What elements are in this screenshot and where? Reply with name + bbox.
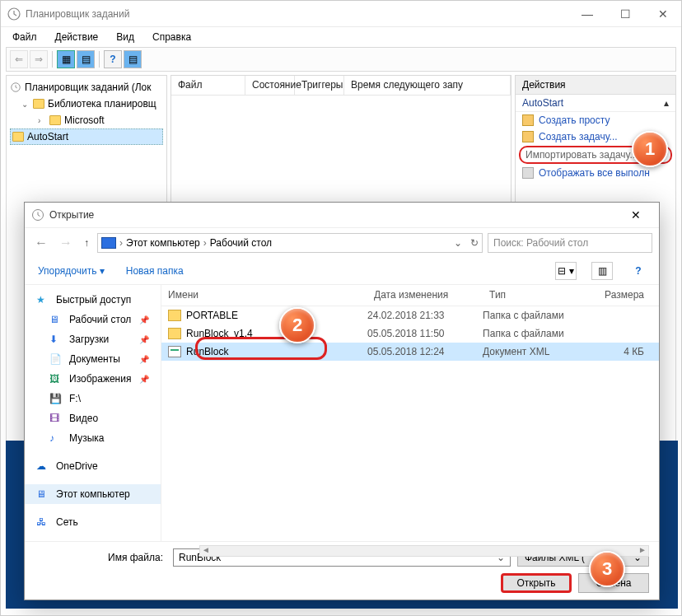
dialog-title: Открытие — [49, 209, 619, 221]
col-name[interactable]: Имени — [161, 285, 367, 306]
callout-1: 1 — [632, 131, 668, 167]
toolbar: ⇐ ⇒ ▦ ▤ ? ▤ — [6, 47, 676, 72]
forward-button: ⇒ — [30, 50, 48, 68]
sb-this-pc[interactable]: 🖥Этот компьютер — [25, 484, 161, 504]
clock-icon — [31, 208, 44, 222]
sb-music[interactable]: ♪Музыка — [25, 428, 161, 448]
menubar: Файл Действие Вид Справка — [1, 27, 681, 47]
folder-icon — [168, 310, 181, 321]
menu-help[interactable]: Справка — [146, 30, 198, 44]
dialog-close-button[interactable]: ✕ — [619, 208, 652, 222]
close-button[interactable]: ✕ — [652, 8, 675, 20]
main-title: Планировщик заданий — [26, 8, 576, 20]
search-input[interactable]: Поиск: Рабочий стол — [488, 233, 652, 253]
menu-action[interactable]: Действие — [49, 30, 105, 44]
search-placeholder: Поиск: Рабочий стол — [493, 237, 588, 249]
callout-2: 2 — [279, 307, 315, 343]
callout-3: 3 — [589, 551, 625, 587]
action-create-basic[interactable]: Создать просту — [516, 112, 675, 128]
tree-autostart[interactable]: AutoStart — [10, 128, 163, 145]
toolbar-btn-2[interactable]: ▤ — [77, 50, 95, 68]
file-row[interactable]: PORTABLE 24.02.2018 21:33Папка с файлами — [161, 306, 659, 324]
address-bar[interactable]: › Этот компьютер › Рабочий стол ⌄ ↻ — [97, 233, 483, 253]
tree-library[interactable]: ⌄Библиотека планировщ — [10, 96, 163, 112]
folder-icon — [168, 328, 181, 339]
col-state[interactable]: Состояние — [245, 76, 295, 95]
col-date[interactable]: Дата изменения — [367, 285, 483, 306]
nav-forward: → — [56, 236, 76, 250]
menu-file[interactable]: Файл — [6, 30, 44, 44]
col-triggers[interactable]: Триггеры — [295, 76, 344, 95]
main-titlebar: Планировщик заданий — ☐ ✕ — [1, 1, 681, 27]
nav-up[interactable]: ↑ — [81, 237, 92, 249]
filename-label: Имя файла: — [35, 552, 166, 563]
col-next[interactable]: Время следующего запу — [344, 76, 511, 95]
col-size[interactable]: Размера — [598, 285, 659, 306]
file-row-selected[interactable]: RunBlock 05.05.2018 12:24Документ XML4 К… — [161, 343, 659, 361]
back-button: ⇐ — [10, 50, 28, 68]
help-button[interactable]: ? — [104, 50, 122, 68]
sb-onedrive[interactable]: ☁OneDrive — [25, 456, 161, 476]
sb-desktop[interactable]: 🖥Рабочий стол📌 — [25, 310, 161, 329]
clock-icon — [7, 7, 21, 21]
col-file[interactable]: Файл — [171, 76, 245, 95]
open-button[interactable]: Открыть — [501, 573, 572, 593]
sb-drive-f[interactable]: 💾F:\ — [25, 389, 161, 408]
file-row[interactable]: RunBlock_v1.4 05.05.2018 11:50Папка с фа… — [161, 324, 659, 343]
actions-title: Действия — [522, 79, 566, 91]
sb-pictures[interactable]: 🖼Изображения📌 — [25, 369, 161, 389]
sb-network[interactable]: 🖧Сеть — [25, 512, 161, 532]
preview-pane-button[interactable]: ▥ — [591, 262, 613, 280]
actions-sub: AutoStart — [522, 97, 563, 109]
nav-back[interactable]: ← — [31, 236, 51, 250]
maximize-button[interactable]: ☐ — [614, 8, 637, 20]
crumb-pc[interactable]: Этот компьютер — [126, 237, 200, 249]
minimize-button[interactable]: — — [576, 8, 599, 20]
crumb-desktop[interactable]: Рабочий стол — [210, 237, 272, 249]
menu-view[interactable]: Вид — [110, 30, 141, 44]
toolbar-btn-1[interactable]: ▦ — [57, 50, 75, 68]
tree-root[interactable]: Планировщик заданий (Лок — [10, 79, 163, 96]
sb-quick-access[interactable]: ★Быстрый доступ — [25, 290, 161, 310]
dialog-sidebar: ★Быстрый доступ 🖥Рабочий стол📌 ⬇Загрузки… — [25, 285, 161, 541]
col-type[interactable]: Тип — [483, 285, 598, 306]
organize-menu[interactable]: Упорядочить ▾ — [35, 264, 108, 278]
tree-microsoft[interactable]: ›Microsoft — [10, 112, 163, 128]
help-icon[interactable]: ? — [628, 262, 649, 280]
file-list: Имени Дата изменения Тип Размера PORTABL… — [161, 285, 659, 541]
toolbar-btn-3[interactable]: ▤ — [124, 50, 142, 68]
sb-videos[interactable]: 🎞Видео — [25, 408, 161, 428]
pc-icon — [101, 237, 116, 249]
view-mode-button[interactable]: ⊟ ▾ — [555, 262, 577, 280]
sb-documents[interactable]: 📄Документы📌 — [25, 349, 161, 369]
sb-downloads[interactable]: ⬇Загрузки📌 — [25, 329, 161, 349]
open-dialog: Открытие ✕ ← → ↑ › Этот компьютер › Рабо… — [24, 202, 660, 600]
xml-file-icon — [168, 346, 181, 357]
action-show-all[interactable]: Отображать все выполн — [516, 165, 675, 181]
new-folder-button[interactable]: Новая папка — [123, 264, 187, 278]
